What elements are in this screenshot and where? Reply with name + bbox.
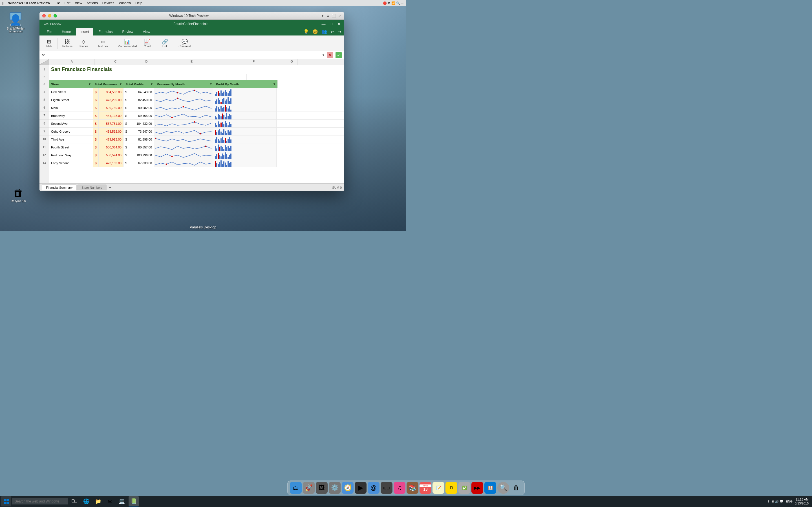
row-6[interactable]: 6 [40,104,49,112]
title-row: San Francisco Financials [49,65,344,74]
col-header-d[interactable]: D [131,59,162,65]
prof-sign-9: $ [123,151,129,159]
row-13[interactable]: 13 [40,159,49,167]
col-header-b-narrow[interactable] [94,59,100,65]
th-prof-month-filter[interactable]: ▼ [273,82,276,86]
barchart-7 [213,135,276,143]
row-12[interactable]: 12 [40,151,49,159]
window-titlebar: Windows 10 Tech Preview ▼ ⚙ ⬜ ⤢ [40,12,344,20]
rev-val-10: 423,189.00 [99,159,123,167]
ribbon-chart-btn[interactable]: 📈 Chart [140,38,154,49]
smiley-icon[interactable]: 😊 [312,29,318,34]
th-rev-month[interactable]: Revenue By Month ▼ [155,80,214,88]
redo-icon[interactable]: ↪ [338,29,341,34]
prof-val-6: 73,947.00 [129,128,154,135]
spreadsheet: A C D E F G 1 2 3 4 5 [40,59,344,183]
svg-point-19 [171,156,173,157]
col-header-c[interactable]: C [100,59,131,65]
th-profit-filter[interactable]: ▼ [150,82,153,86]
menu-help[interactable]: Help [135,1,142,5]
formula-confirm-btn[interactable]: ✓ [336,52,342,58]
col-header-e[interactable]: E [162,59,221,65]
rev-sign-8: $ [93,144,99,151]
row-10[interactable]: 10 [40,135,49,144]
row-5[interactable]: 5 [40,96,49,104]
menu-window[interactable]: Window [119,1,131,5]
row-1[interactable]: 1 [40,65,49,74]
tab-view[interactable]: View [139,28,155,36]
ribbon-pictures-btn[interactable]: 🖼 Pictures [59,38,75,49]
add-sheet-btn[interactable]: + [107,185,113,190]
chart-icon: 📈 [144,39,150,44]
ribbon-link-btn[interactable]: 🔗 Link [158,38,172,49]
th-profit[interactable]: Total Profits ▼ [124,80,155,88]
prof-sign-7: $ [123,135,129,143]
share-icon[interactable]: 👥 [321,29,327,34]
ribbon-comment-btn[interactable]: 💬 Comment [175,38,193,49]
tab-review[interactable]: Review [117,28,138,36]
excel-close-btn[interactable]: ✕ [336,21,342,27]
sparkline-2 [154,96,213,104]
help-icon[interactable]: 💡 [303,29,309,34]
table-row: Eighth Street $ 478,209.00 $ 82,450.00 [49,96,344,104]
window-close-button[interactable] [42,14,46,17]
ribbon-textbox-btn[interactable]: ▭ Text Box [95,38,111,49]
th-store-filter[interactable]: ▼ [88,82,91,86]
apple-logo-icon[interactable]:  [2,1,4,5]
ribbon-shapes-btn[interactable]: ◇ Shapes [76,38,91,49]
menu-edit[interactable]: Edit [64,1,70,5]
undo-icon[interactable]: ↩ [331,29,334,34]
tab-home[interactable]: Home [57,28,75,36]
window-maximize-button[interactable] [54,14,57,17]
tab-insert[interactable]: Insert [76,28,93,36]
row-2[interactable]: 2 [40,74,49,80]
recycle-bin-label: Recycle Bin [11,200,26,203]
row-11[interactable]: 11 [40,144,49,151]
th-revenue[interactable]: Total Revenues ▼ [93,80,124,88]
ribbon-recommended-btn[interactable]: 📊 Recommended [115,38,140,49]
row-3[interactable]: 3 [40,80,49,88]
formula-input[interactable] [50,53,320,57]
sparkline-7 [154,135,213,143]
shapes-icon: ◇ [82,39,86,44]
menu-app-name[interactable]: Windows 10 Tech Preview [8,1,50,5]
row-7[interactable]: 7 [40,112,49,120]
col-header-a[interactable]: A [49,59,94,65]
th-prof-month-label: Profit By Month [216,82,239,86]
desktop-icon-user[interactable]: 👤 Kurt Schmucker [6,15,26,33]
th-rev-month-filter[interactable]: ▼ [209,82,212,86]
sheet-tab-store[interactable]: Store Numbers [77,184,107,190]
menu-file[interactable]: File [55,1,60,5]
col-header-f[interactable]: F [221,59,286,65]
excel-maximize-btn[interactable]: □ [329,21,334,27]
tab-formulas[interactable]: Formulas [94,28,117,36]
menu-view[interactable]: View [75,1,82,5]
sheet-tab-financial[interactable]: Financial Summary [42,184,77,190]
excel-minimize-btn[interactable]: — [320,21,327,27]
row-8[interactable]: 8 [40,120,49,128]
window-minimize-button[interactable] [48,14,51,17]
prof-sign-4: $ [123,112,129,119]
table-row: Main $ 509,789.00 $ 90,682.00 [49,104,344,112]
excel-app: Excel Preview FourthCoffeeFinancials — □… [40,20,344,191]
th-prof-month[interactable]: Profit By Month ▼ [214,80,278,88]
row-9[interactable]: 9 [40,128,49,135]
recycle-bin-icon[interactable]: 🗑 Recycle Bin [8,187,28,203]
prof-sign-2: $ [123,96,129,104]
formula-cancel-btn[interactable]: ✕ [327,52,333,58]
status-sum: SUM 0 [332,186,342,189]
rev-sign-6: $ [93,128,99,135]
svg-point-18 [205,145,207,147]
pictures-label: Pictures [62,45,72,48]
menu-devices[interactable]: Devices [102,1,114,5]
ribbon-table-btn[interactable]: ⊞ Table [42,38,56,49]
th-store[interactable]: Store ▼ [49,80,93,88]
col-header-g[interactable]: G [286,59,297,65]
formula-dropdown-btn[interactable]: ▼ [322,54,325,57]
table-row: Second Ave $ 567,751.00 $ 104,432.00 [49,120,344,128]
row-4[interactable]: 4 [40,88,49,96]
menu-actions[interactable]: Actions [87,1,98,5]
tab-file[interactable]: File [42,28,57,36]
table-row: Coho Grocery $ 458,592.00 $ 73,947.00 [49,128,344,135]
th-revenue-filter[interactable]: ▼ [119,82,122,86]
